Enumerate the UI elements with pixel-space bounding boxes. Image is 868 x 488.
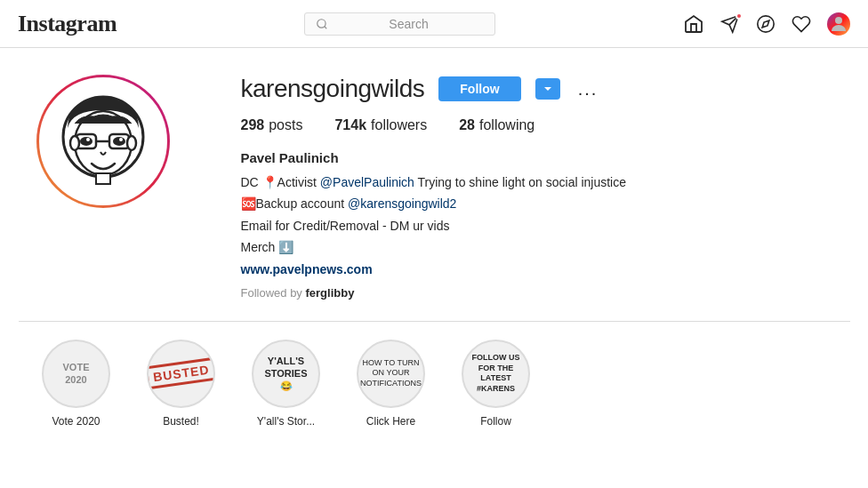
bio-line4: Merch ⬇️ (241, 237, 832, 257)
followed-by-user[interactable]: ferglibby (305, 286, 354, 300)
following-stat[interactable]: 28 following (459, 117, 534, 133)
follow-button[interactable]: Follow (438, 76, 520, 101)
followed-by: Followed by ferglibby (241, 284, 832, 303)
svg-point-0 (317, 19, 326, 27)
header: Instagram (0, 0, 868, 48)
profile-bio: Pavel Paulinich DC 📍Activist @PavelPauli… (241, 148, 832, 303)
highlight-circle-follow: FOLLOW US FOR THE LATEST #KARENS (462, 340, 530, 408)
highlight-item-clickhere[interactable]: HOW TO TURN ON YOUR NOTIFICATIONS Click … (351, 340, 431, 428)
profile-top: karensgoingwilds Follow ... 298 posts 71… (36, 75, 832, 321)
highlight-item-yalls[interactable]: Y'ALL'SSTORIES😂 Y'all's Stor... (246, 340, 326, 428)
profile-avatar-inner (39, 77, 167, 205)
username-row: karensgoingwilds Follow ... (241, 75, 832, 103)
username: karensgoingwilds (241, 75, 425, 103)
profile-stats: 298 posts 714k followers 28 following (241, 117, 832, 133)
svg-point-10 (86, 138, 90, 141)
following-count: 28 (459, 117, 475, 133)
explore-icon[interactable] (756, 14, 776, 34)
highlight-circle-busted: BUSTED (147, 340, 215, 408)
follow-dropdown-button[interactable] (535, 78, 560, 100)
highlight-item-follow[interactable]: FOLLOW US FOR THE LATEST #KARENS Follow (456, 340, 536, 428)
search-input[interactable] (334, 17, 484, 31)
heart-icon[interactable] (792, 14, 811, 34)
highlight-label-yalls: Y'all's Stor... (257, 415, 315, 428)
mention-1[interactable]: @PavelPaulinich (320, 175, 414, 189)
posts-stat: 298 posts (241, 117, 303, 133)
highlights-section: VOTE 2020 Vote 2020 BUSTED Busted! Y'ALL… (36, 322, 832, 445)
svg-point-1 (758, 15, 774, 31)
highlight-text-vote2020: VOTE 2020 (51, 361, 101, 387)
svg-point-2 (835, 17, 842, 24)
bio-line1: DC 📍Activist @PavelPaulinich Trying to s… (241, 172, 832, 192)
highlight-item-busted[interactable]: BUSTED Busted! (141, 340, 221, 428)
highlight-circle-vote2020: VOTE 2020 (42, 340, 110, 408)
notification-dot (735, 12, 743, 20)
svg-point-11 (119, 138, 123, 141)
direct-message-icon[interactable] (720, 14, 740, 34)
followers-stat[interactable]: 714k followers (334, 117, 427, 133)
more-options-button[interactable]: ... (575, 79, 602, 100)
svg-point-12 (70, 136, 79, 150)
posts-count: 298 (241, 117, 265, 133)
svg-point-13 (127, 136, 136, 150)
followers-count: 714k (334, 117, 366, 133)
following-label: following (479, 117, 534, 133)
followers-label: followers (371, 117, 427, 133)
bio-line3: Email for Credit/Removal - DM ur vids (241, 216, 832, 236)
highlight-circle-yalls: Y'ALL'SSTORIES😂 (252, 340, 320, 408)
highlight-text-clickhere: HOW TO TURN ON YOUR NOTIFICATIONS (360, 358, 422, 389)
svg-point-9 (113, 137, 125, 146)
bio-name: Pavel Paulinich (241, 148, 832, 169)
profile-container: karensgoingwilds Follow ... 298 posts 71… (19, 48, 850, 445)
svg-rect-14 (96, 173, 110, 184)
chevron-down-icon (542, 84, 553, 94)
highlight-text-busted: BUSTED (147, 357, 215, 390)
instagram-logo: Instagram (18, 11, 117, 37)
avatar-illustration (50, 88, 157, 195)
profile-avatar-wrapper[interactable] (36, 75, 170, 208)
svg-point-8 (80, 137, 92, 146)
profile-info: karensgoingwilds Follow ... 298 posts 71… (241, 75, 832, 303)
highlight-circle-clickhere: HOW TO TURN ON YOUR NOTIFICATIONS (357, 340, 425, 408)
highlight-text-follow: FOLLOW US FOR THE LATEST #KARENS (470, 353, 521, 395)
highlight-label-busted: Busted! (163, 415, 199, 428)
highlight-text-yalls: Y'ALL'SSTORIES😂 (264, 355, 307, 393)
highlight-label-vote2020: Vote 2020 (52, 415, 100, 428)
user-avatar[interactable] (827, 12, 850, 36)
highlight-label-clickhere: Click Here (366, 415, 415, 428)
bio-line2: 🆘Backup account @karensgoingwild2 (241, 194, 832, 213)
highlight-item-vote2020[interactable]: VOTE 2020 Vote 2020 (36, 340, 117, 428)
search-icon (316, 18, 328, 30)
home-icon[interactable] (683, 13, 704, 35)
highlight-label-follow: Follow (480, 415, 511, 428)
search-bar[interactable] (304, 12, 495, 36)
posts-label: posts (269, 117, 302, 133)
bio-website-link[interactable]: www.pavelpnews.com (241, 262, 373, 276)
mention-2[interactable]: @karensgoingwild2 (348, 196, 456, 211)
nav-icons (683, 12, 850, 36)
